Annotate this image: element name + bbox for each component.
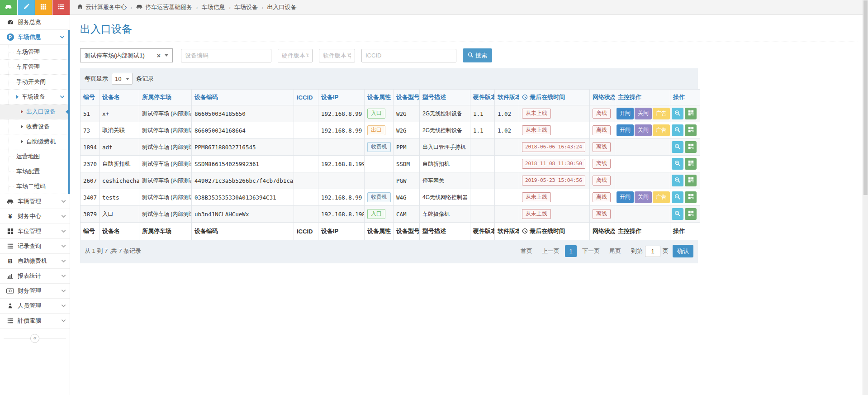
pagination-summary: 从 1 到 7 ,共 7 条记录 [85, 247, 141, 255]
close-gate-button[interactable]: 关闸 [635, 191, 652, 203]
sidebar-collapse-toggle[interactable]: « [0, 332, 70, 345]
sidebar-item-vehicle-mgmt[interactable]: 车辆管理 [0, 194, 70, 209]
table-cell: 测试停车场 (内部测试1) [139, 122, 192, 139]
table-cell: W4G [394, 189, 420, 206]
table-cell [470, 172, 495, 189]
breadcrumb-entrance-devices[interactable]: 出入口设备 [267, 3, 296, 11]
sidebar-item-personnel-mgmt[interactable]: 人员管理 [0, 299, 70, 314]
column-label: 设备名 [102, 94, 120, 100]
sidebar-item-parking-qrcode[interactable]: 车场二维码 [0, 179, 68, 194]
pagination-page-current[interactable]: 1 [565, 245, 577, 257]
per-page-select[interactable]: 10 [112, 73, 133, 85]
qrcode-button[interactable] [685, 191, 697, 203]
model-description: 自助折扣机 [422, 161, 450, 167]
grid-quick-button[interactable] [35, 0, 52, 15]
table-cell: SSDM [394, 156, 420, 172]
zoom-detail-button[interactable] [672, 108, 683, 119]
list-quick-button[interactable] [52, 0, 70, 15]
goto-page-input[interactable] [645, 246, 660, 257]
breadcrumb-home[interactable]: 云计算服务中心 [77, 3, 127, 11]
clear-selection-icon[interactable]: × [157, 52, 161, 59]
chevron-down-icon [61, 304, 66, 308]
sidebar-item-operation-map[interactable]: 运营地图 [0, 149, 68, 164]
table-cell: 离线 [590, 122, 615, 139]
device-attr-badge: 出口 [367, 125, 385, 135]
breadcrumb-parking-info[interactable]: 车场信息 [202, 3, 225, 11]
search-button[interactable]: 搜索 [463, 48, 492, 62]
column-label: 编号 [83, 94, 95, 100]
sidebar-item-report-stats[interactable]: 报表统计 [0, 269, 70, 284]
confirm-page-button[interactable]: 确认 [673, 245, 693, 257]
breadcrumb-label: 停车运营基础服务 [145, 3, 192, 11]
iccid-input[interactable] [361, 49, 456, 62]
pagination-goto: 到第 页 [631, 246, 669, 257]
edit-quick-button[interactable] [18, 0, 35, 15]
ad-button[interactable]: 广告 [653, 108, 670, 119]
zoom-detail-button[interactable] [672, 191, 683, 203]
sidebar-item-manual-gate[interactable]: 手动开关闸 [0, 75, 68, 90]
device-id: 2370 [83, 161, 97, 167]
zoom-detail-button[interactable] [672, 158, 683, 170]
sidebar-item-self-pay[interactable]: Ƀ 自助缴费机 [0, 254, 70, 269]
ad-button[interactable]: 广告 [653, 191, 670, 203]
sidebar-item-entrance-devices[interactable]: 出入口设备 [0, 105, 68, 119]
sidebar-item-self-pay-machine[interactable]: 自助缴费机 [0, 134, 68, 149]
pagination-prev[interactable]: 上一页 [538, 245, 564, 257]
sidebar-item-garage-mgmt[interactable]: 车库管理 [0, 60, 68, 75]
ad-button[interactable]: 广告 [653, 124, 670, 136]
sidebar-item-record-query[interactable]: 记录查询 [0, 239, 70, 254]
pagination-controls: 首页 上一页 1 下一页 尾页 到第 页 确认 [517, 245, 693, 257]
open-gate-button[interactable]: 开闸 [617, 124, 634, 136]
zoom-detail-button[interactable] [672, 175, 683, 186]
table-cell: ub3n41NCLAHCueWx [192, 206, 294, 223]
sidebar-item-parking-config[interactable]: 车场配置 [0, 164, 68, 179]
parking-lot-select[interactable]: 测试停车场(内部测试1) × [80, 48, 173, 62]
qrcode-button[interactable] [685, 124, 697, 136]
device-code-input[interactable] [181, 49, 271, 62]
hw-version-input[interactable] [278, 49, 313, 62]
pagination-last[interactable]: 尾页 [605, 245, 625, 257]
sidebar-item-charge-devices[interactable]: 收费设备 [0, 119, 68, 134]
column-label: 设备属性 [367, 228, 391, 234]
qrcode-button[interactable] [685, 208, 697, 220]
qrcode-button[interactable] [685, 141, 697, 153]
sidebar-item-label: 計價電腦 [18, 317, 59, 325]
zoom-detail-button[interactable] [672, 124, 683, 136]
table-cell: ceshichechan [100, 172, 139, 189]
sidebar-item-finance-mgmt[interactable]: 财务管理 [0, 284, 70, 299]
sidebar-item-parking-info[interactable]: P 车场信息 [0, 30, 68, 45]
window-scrollbar[interactable] [863, 0, 868, 395]
open-gate-button[interactable]: 开闸 [617, 191, 634, 203]
table-cell: 从未上线 [519, 105, 590, 122]
sidebar-item-service-overview[interactable]: 服务总览 [0, 15, 70, 30]
zoom-in-icon [674, 160, 681, 168]
table-cell: 测试停车场 (内部测试1) [139, 206, 192, 223]
breadcrumb-separator: › [229, 4, 231, 11]
table-cell: 2G无线控制设备 [420, 105, 470, 122]
pagination-first[interactable]: 首页 [517, 245, 536, 257]
qrcode-button[interactable] [685, 175, 697, 186]
qrcode-button[interactable] [685, 158, 697, 170]
table-cell [294, 156, 318, 172]
sidebar-item-space-mgmt[interactable]: 车位管理 [0, 224, 70, 239]
breadcrumb-parking-devices[interactable]: 车场设备 [234, 3, 258, 11]
close-gate-button[interactable]: 关闸 [635, 124, 652, 136]
column-label: 设备型号 [396, 228, 420, 234]
zoom-detail-button[interactable] [672, 208, 683, 220]
pagination-next[interactable]: 下一页 [578, 245, 604, 257]
sidebar-item-pricing-computer[interactable]: 計價電腦 [0, 314, 70, 328]
sidebar-item-finance-center[interactable]: ¥ 财务中心 [0, 209, 70, 224]
open-gate-button[interactable]: 开闸 [617, 108, 634, 119]
breadcrumb-label: 车场信息 [202, 3, 225, 11]
sidebar-item-parking-devices[interactable]: 车场设备 [0, 90, 68, 105]
qrcode-button[interactable] [685, 108, 697, 119]
zoom-detail-button[interactable] [672, 141, 683, 153]
table-row: 2607ceshichechan测试停车场 (内部测试1)4490271c3a5… [81, 172, 700, 189]
breadcrumb-parking-service[interactable]: 停车运营基础服务 [136, 3, 192, 11]
breadcrumb-label: 出入口设备 [267, 3, 296, 11]
sw-version-input[interactable] [319, 49, 355, 62]
scrollbar-thumb[interactable] [863, 0, 868, 195]
sidebar-item-parking-mgmt[interactable]: 车场管理 [0, 45, 68, 60]
close-gate-button[interactable]: 关闸 [635, 108, 652, 119]
car-quick-button[interactable] [0, 0, 17, 15]
